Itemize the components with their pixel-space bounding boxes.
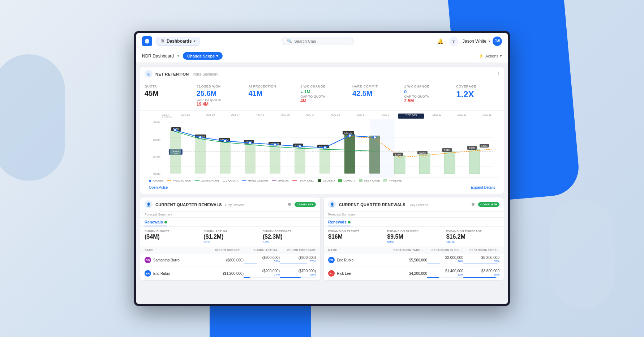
th-churn-budget: CHURN BUDGET (202, 248, 240, 252)
change-scope-button[interactable]: Change Scope ▾ (183, 52, 223, 60)
right-row-forecast-rl: $3,800,000 90% (463, 269, 499, 278)
closed-won-value: 25.6M (197, 89, 240, 98)
chart-legend: PACING PROJECTION CLOSE PLAN QUOTA (145, 177, 499, 184)
row-budget-er: ($1,200,000) (207, 272, 244, 276)
svg-text:$28M: $28M (395, 153, 401, 156)
legend-projection-line (167, 180, 171, 181)
dashboards-dropdown[interactable]: ⊞ Dashboards ▾ (156, 37, 199, 46)
svg-rect-19 (419, 154, 430, 174)
right-row-target-er: $5,500,000 (391, 258, 427, 262)
quota-value: 45M (145, 89, 188, 98)
churn-budget-metric: CHURN BUDGET ($4M) (145, 230, 198, 244)
wk-change-1-value: 1M (300, 89, 344, 94)
row-avatar-er: ER (145, 270, 151, 277)
left-renewal-forecast-subtitle: Forecast Summary (140, 212, 320, 218)
th-churn-actual: CHURN ACTUAL (240, 248, 278, 252)
th-expansion-closed: EXPANSION CLOS... (423, 248, 461, 252)
svg-rect-12 (270, 145, 280, 174)
expand-details-link[interactable]: Expand Details (471, 185, 495, 189)
search-input[interactable] (294, 39, 345, 43)
expansion-forecast-metric: EXPANSION FORECAST $16.2M 101% (446, 230, 499, 244)
expansion-target-metric: EXPANSION TARGET $16M (328, 230, 381, 244)
left-renewal-header-right: COMPLETE (288, 202, 316, 207)
hard-commit-value: 42.5M (352, 89, 396, 98)
svg-rect-10 (220, 141, 231, 174)
row-forecast-er: ($700,000) 58% (280, 269, 316, 278)
left-renewal-title: Current Quarter Renewals (155, 202, 222, 207)
renewals-tab-right-dot (348, 221, 351, 223)
renewals-tab-right[interactable]: Renewals (328, 220, 351, 226)
legend-quota-dash (223, 181, 227, 182)
row-name-er: Eric Rubio (153, 272, 207, 276)
legend-commit-bar (338, 179, 342, 182)
pulse-info-icon: ℹ (498, 71, 499, 76)
row-actual-sb: ($300,000) 38% (244, 256, 280, 264)
metric-quota: QUOTA 45M (145, 85, 188, 107)
legend-upside-line (272, 180, 276, 181)
legend-pipeline: PIPELINE (383, 179, 402, 182)
svg-rect-11 (245, 143, 256, 174)
legend-projection: PROJECTION (167, 179, 192, 182)
app-window: ⊞ Dashboards ▾ 🔍 🔔 ? Jason White ▾ JW ND… (134, 31, 510, 306)
grid-icon: ⊞ (160, 39, 164, 43)
right-table-row-2: RL Rick Lee $4,200,000 $1,400,000 33% $3… (324, 267, 504, 280)
right-renewal-title: Current Quarter Renewals (339, 202, 405, 207)
search-icon: 🔍 (287, 39, 292, 43)
top-nav: ⊞ Dashboards ▾ 🔍 🔔 ? Jason White ▾ JW (136, 33, 508, 49)
renewals-tab-left[interactable]: Renewals (145, 220, 167, 226)
left-table-header: NAME CHURN BUDGET CHURN ACTUAL CHURN FOR… (140, 247, 320, 253)
y-axis: $80M $60M $40M $20M (145, 119, 162, 177)
expansion-closed-pct: 59% (387, 240, 440, 244)
legend-pipeline-bar (383, 179, 387, 182)
th-name-right: NAME (328, 248, 385, 252)
expansion-forecast-pct: 101% (446, 240, 499, 244)
dashboards-chevron: ▾ (194, 39, 196, 43)
right-table-row-1: ER Eric Rubio $5,500,000 $2,000,000 36% … (324, 253, 504, 267)
churn-forecast-value: ($2.3M) (263, 234, 316, 240)
legend-close-plan: CLOSE PLAN (195, 179, 219, 182)
help-button[interactable]: ? (449, 37, 458, 46)
left-renewal-tab-row: Renewals (140, 218, 320, 227)
pulse-title: NET RETENTION (155, 72, 189, 76)
wk-change-2-gap: 2.5M (404, 98, 448, 103)
left-renewal-status-dot (288, 203, 291, 206)
nav-icons: 🔔 ? (436, 37, 458, 46)
svg-text:$49.7M: $49.7M (344, 132, 353, 134)
chart-actions: Open Pulse Expand Details (145, 184, 499, 191)
left-table-row-2: ER Eric Rubio ($1,200,000) ($200,000) 17… (140, 267, 320, 280)
right-renewal-metrics: EXPANSION TARGET $16M EXPANSION CLOSED $… (324, 227, 504, 247)
svg-point-51 (249, 141, 252, 144)
svg-point-56 (373, 136, 376, 139)
sub-nav: NDR Dashboard ▾ Change Scope ▾ ⚡ Actions… (136, 49, 508, 63)
pulse-icon: ◎ (145, 70, 153, 78)
right-renewal-tab-row: Renewals (324, 218, 504, 227)
user-info[interactable]: Jason White ▾ JW (463, 37, 502, 46)
churn-budget-value: ($4M) (145, 234, 198, 240)
actions-button[interactable]: ⚡ Actions ▾ (478, 54, 502, 59)
right-table-header: NAME EXPANSION TARG... EXPANSION CLOS...… (324, 247, 504, 253)
dashboards-label: Dashboards (167, 39, 192, 44)
open-pulse-link[interactable]: Open Pulse (149, 185, 168, 189)
right-renewal-status-badge: COMPLETE (478, 202, 499, 207)
right-renewal-icon: 👤 (328, 200, 336, 208)
right-renewal-status-dot (472, 203, 475, 206)
left-renewal-status-badge: COMPLETE (295, 202, 316, 207)
closed-won-gap: 19.4M (197, 102, 240, 107)
legend-hard-commit: HARD COMMIT (242, 179, 269, 182)
left-renewal-card: 👤 Current Quarter Renewals Lucy Stevens … (140, 197, 321, 281)
right-renewal-title-group: Current Quarter Renewals Lucy Stevens (339, 201, 428, 208)
right-row-name-rl: Rick Lee (337, 272, 391, 276)
actions-icon: ⚡ (478, 54, 484, 59)
notification-button[interactable]: 🔔 (436, 37, 445, 46)
dashboard-title: NDR Dashboard (142, 54, 174, 59)
app-logo[interactable] (142, 36, 152, 46)
svg-point-48 (174, 129, 177, 132)
legend-hard-commit-line (242, 180, 246, 181)
svg-rect-20 (444, 151, 455, 174)
row-avatar-sb: SB (145, 257, 151, 263)
left-renewal-metrics: CHURN BUDGET ($4M) CHURN ACTUAL ($1.2M) … (140, 227, 320, 247)
svg-text:$34M: $34M (444, 149, 450, 152)
left-renewal-owner: Lucy Stevens (225, 203, 244, 207)
churn-actual-metric: CHURN ACTUAL ($1.2M) 30% (203, 230, 257, 244)
search-bar[interactable]: 🔍 (282, 37, 354, 45)
